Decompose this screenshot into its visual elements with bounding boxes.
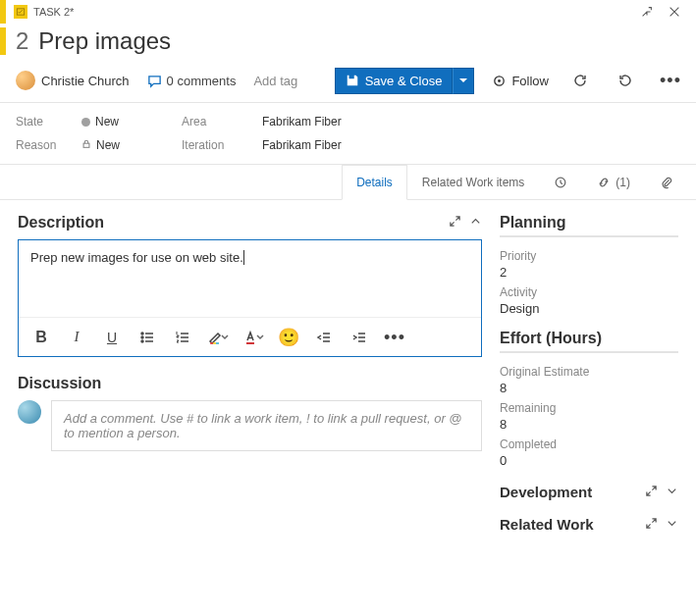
more-actions-button[interactable]: ••• (657, 67, 684, 94)
avatar (16, 71, 35, 90)
highlight-button[interactable] (205, 325, 231, 350)
orig-estimate-value[interactable]: 8 (500, 381, 678, 395)
follow-label: Follow (511, 74, 549, 88)
activity-value[interactable]: Design (500, 301, 678, 316)
bulleted-list-button[interactable] (134, 325, 160, 350)
expand-description-button[interactable] (449, 214, 461, 231)
save-dropdown-button[interactable] (453, 68, 474, 94)
completed-label: Completed (500, 437, 678, 451)
body: Description Prep new images for use on w… (0, 200, 696, 616)
area-label: Area (182, 115, 250, 128)
collapse-relatedwork-button[interactable] (666, 516, 678, 533)
workitem-header: 2 Prep images (0, 24, 696, 63)
priority-value[interactable]: 2 (500, 265, 678, 280)
state-dot-icon (81, 118, 90, 127)
svg-point-6 (141, 336, 143, 338)
close-icon[interactable] (661, 0, 688, 24)
discussion-input[interactable]: Add a comment. Use # to link a work item… (51, 400, 482, 451)
comments-button[interactable]: 0 comments (147, 74, 237, 88)
discussion-section: Discussion Add a comment. Use # to link … (18, 375, 482, 451)
attachment-icon (660, 176, 673, 189)
iteration-value[interactable]: Fabrikam Fiber (262, 138, 680, 152)
color-strip (0, 27, 6, 55)
reason-value[interactable]: New (81, 138, 170, 152)
description-heading-row: Description (18, 214, 482, 231)
relatedwork-heading: Related Work (500, 516, 594, 533)
decrease-indent-button[interactable] (311, 325, 337, 350)
planning-block: Priority 2 Activity Design (500, 235, 678, 316)
actions-toolbar: Christie Church 0 comments Add tag Save … (0, 63, 696, 102)
planning-heading: Planning (500, 214, 678, 231)
emoji-button[interactable]: 🙂 (276, 325, 301, 350)
left-column: Description Prep new images for use on w… (0, 200, 500, 616)
save-button-group: Save & Close (335, 68, 475, 94)
link-icon (597, 176, 611, 189)
tab-related[interactable]: Related Work items (407, 165, 539, 199)
expand-relatedwork-button[interactable] (645, 516, 658, 533)
assignee-picker[interactable]: Christie Church (16, 71, 130, 90)
collapse-development-button[interactable] (666, 484, 678, 500)
effort-heading: Effort (Hours) (500, 330, 678, 347)
activity-label: Activity (500, 285, 678, 299)
orig-estimate-label: Original Estimate (500, 365, 678, 379)
remaining-label: Remaining (500, 401, 678, 415)
description-editor[interactable]: Prep new images for use on web site.​ B … (18, 239, 482, 357)
save-label: Save & Close (365, 74, 443, 88)
svg-point-7 (141, 340, 143, 342)
development-heading: Development (500, 484, 592, 500)
color-strip (0, 0, 6, 24)
tab-details[interactable]: Details (342, 165, 407, 200)
numbered-list-button[interactable] (170, 325, 195, 350)
italic-button[interactable]: I (64, 325, 89, 350)
assignee-name: Christie Church (41, 74, 130, 88)
state-value[interactable]: New (81, 115, 170, 128)
add-tag-button[interactable]: Add tag (253, 74, 297, 88)
development-heading-row: Development (500, 484, 678, 500)
current-user-avatar (18, 400, 41, 424)
reason-label: Reason (16, 138, 70, 152)
remaining-value[interactable]: 8 (500, 417, 678, 432)
revert-button[interactable] (612, 67, 639, 94)
history-icon (554, 176, 567, 189)
comments-label: 0 comments (167, 74, 237, 88)
state-label: State (16, 115, 70, 128)
restore-down-icon[interactable] (633, 0, 661, 24)
right-column: Planning Priority 2 Activity Design Effo… (500, 200, 696, 616)
workitem-id: 2 (16, 27, 28, 55)
svg-point-2 (499, 79, 502, 82)
follow-button[interactable]: Follow (492, 74, 549, 88)
window-title: TASK 2* (33, 6, 74, 18)
refresh-button[interactable] (566, 67, 594, 94)
description-heading: Description (18, 214, 104, 231)
area-value[interactable]: Fabrikam Fiber (262, 115, 680, 128)
tab-attachments[interactable] (645, 165, 688, 199)
discussion-heading: Discussion (18, 375, 101, 392)
effort-block: Original Estimate 8 Remaining 8 Complete… (500, 351, 678, 468)
svg-rect-3 (83, 143, 89, 147)
underline-button[interactable]: U (99, 325, 125, 350)
save-and-close-button[interactable]: Save & Close (335, 68, 454, 94)
more-format-button[interactable]: ••• (382, 325, 407, 350)
font-color-button[interactable] (241, 325, 266, 350)
fields-grid: State New Area Fabrikam Fiber Reason New… (0, 102, 696, 165)
relatedwork-heading-row: Related Work (500, 516, 678, 533)
links-count: (1) (616, 176, 630, 189)
description-text[interactable]: Prep new images for use on web site.​ (19, 240, 481, 317)
discussion-heading-row: Discussion (18, 375, 482, 392)
task-icon (14, 5, 27, 19)
svg-point-5 (141, 333, 143, 334)
richtext-toolbar: B I U 🙂 ••• (19, 317, 481, 356)
tab-links[interactable]: (1) (582, 165, 645, 199)
priority-label: Priority (500, 249, 678, 263)
collapse-section-button[interactable] (469, 214, 482, 231)
window-titlebar: TASK 2* (0, 0, 696, 24)
completed-value[interactable]: 0 (500, 453, 678, 468)
iteration-label: Iteration (182, 138, 250, 152)
expand-development-button[interactable] (645, 484, 658, 500)
lock-icon (81, 138, 91, 152)
workitem-title[interactable]: Prep images (38, 27, 171, 55)
bold-button[interactable]: B (28, 325, 54, 350)
tabs: Details Related Work items (1) (0, 165, 696, 200)
tab-history[interactable] (539, 165, 582, 199)
increase-indent-button[interactable] (347, 325, 372, 350)
